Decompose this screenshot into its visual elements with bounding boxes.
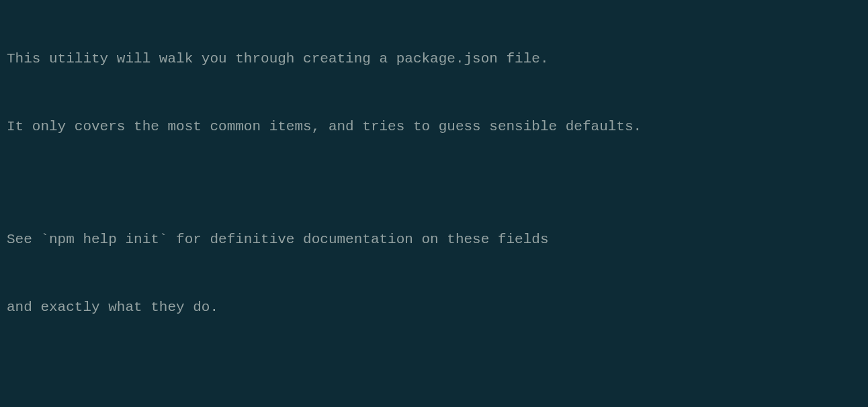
intro-line-1: This utility will walk you through creat…: [7, 48, 861, 71]
terminal-output[interactable]: This utility will walk you through creat…: [7, 3, 861, 407]
intro-line-2: It only covers the most common items, an…: [7, 116, 861, 138]
intro-line-4: and exactly what they do.: [7, 296, 861, 319]
intro-line-3: See `npm help init` for definitive docum…: [7, 228, 861, 251]
